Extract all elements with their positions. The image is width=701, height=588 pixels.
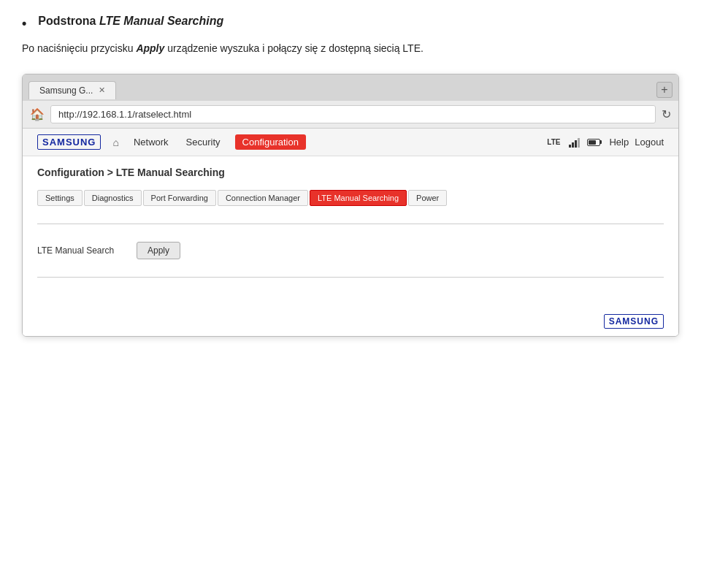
router-footer: SAMSUNG [23,307,678,336]
url-input[interactable] [50,105,656,123]
bullet-dot: • [22,16,26,31]
form-row: LTE Manual Search Apply [37,236,664,265]
content-area: LTE Manual Search Apply [23,210,678,307]
tab-diagnostics[interactable]: Diagnostics [84,190,142,206]
nav-network[interactable]: Network [131,135,172,149]
footer-logo: SAMSUNG [604,314,664,329]
battery-indicator [587,139,602,146]
config-tabs: Settings Diagnostics Port Forwarding Con… [23,186,678,210]
router-ui: SAMSUNG ⌂ Network Security Configuration… [23,129,678,336]
section-heading: Podstrona LTE Manual Searching [38,15,223,28]
tab-port-forwarding[interactable]: Port Forwarding [143,190,216,206]
nav-configuration[interactable]: Configuration [235,134,306,150]
tab-title: Samsung G... [39,85,93,96]
tab-settings[interactable]: Settings [37,190,83,206]
new-tab-button[interactable]: + [656,82,673,98]
signal-bars-icon [569,137,580,148]
lte-manual-search-label: LTE Manual Search [37,245,125,256]
router-nav: SAMSUNG ⌂ Network Security Configuration… [23,129,678,156]
apply-button[interactable]: Apply [137,242,180,259]
tab-power[interactable]: Power [408,190,447,206]
signal-lte-label: LTE [547,138,560,146]
page-title-area: Configuration > LTE Manual Searching [23,156,678,186]
nav-signal-area: LTE Help Logout [547,137,664,148]
browser-tabbar: Samsung G... ✕ + [23,75,678,101]
samsung-logo: SAMSUNG [37,134,101,150]
page-title: Configuration > LTE Manual Searching [37,167,225,178]
doc-paragraph: Po naciśnięciu przycisku Apply urządzeni… [22,40,679,56]
browser-tab[interactable]: Samsung G... ✕ [28,81,116,99]
tab-close-icon[interactable]: ✕ [99,85,105,95]
nav-home-icon[interactable]: ⌂ [112,137,118,148]
home-icon[interactable]: 🏠 [30,107,45,121]
browser-page: SAMSUNG ⌂ Network Security Configuration… [23,129,678,336]
address-bar: 🏠 ↻ [23,101,678,129]
logout-link[interactable]: Logout [635,137,664,148]
refresh-icon[interactable]: ↻ [662,107,671,121]
nav-security[interactable]: Security [183,135,223,149]
nav-links: Help Logout [609,137,664,148]
bottom-divider [37,277,664,278]
tab-lte-manual-searching[interactable]: LTE Manual Searching [310,190,407,206]
doc-bullet: • Podstrona LTE Manual Searching [22,15,679,31]
logo-text: SAMSUNG [37,134,101,150]
top-divider [37,224,664,224]
browser-window: Samsung G... ✕ + 🏠 ↻ SAMSUNG ⌂ Network S… [22,74,679,337]
help-link[interactable]: Help [609,137,629,148]
tab-connection-manager[interactable]: Connection Manager [218,190,308,206]
